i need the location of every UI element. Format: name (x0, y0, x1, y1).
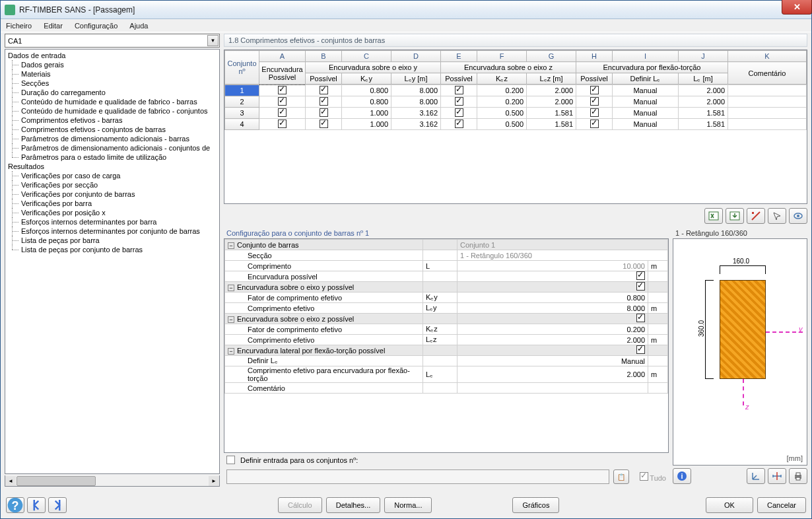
pick-sets-button[interactable]: 📋 (613, 469, 629, 484)
tree-item[interactable]: Esforços internos determinantes por barr… (7, 217, 218, 226)
cell-value[interactable]: Manual (613, 85, 679, 96)
tree-item[interactable]: Comprimentos efetivos - conjuntos de bar… (7, 125, 218, 134)
cell-value[interactable]: 1.000 (342, 108, 391, 119)
col-header[interactable]: Definir Lₑ (613, 73, 679, 85)
col-letter[interactable]: G (527, 51, 576, 62)
detail-value[interactable]: Manual (457, 356, 648, 366)
excel-export-button[interactable] (704, 208, 723, 224)
tree-item[interactable]: Verificações por posição x (7, 208, 218, 217)
detail-value[interactable]: 2.000 (457, 366, 648, 383)
col-header[interactable]: Lₑz [m] (527, 73, 576, 85)
view-button[interactable] (789, 208, 807, 224)
collapse-icon[interactable]: − (228, 285, 234, 291)
detail-value[interactable]: 0.200 (457, 324, 648, 335)
define-input[interactable] (226, 469, 609, 484)
tree-item[interactable]: Comprimentos efetivos - barras (7, 116, 218, 125)
norm-button[interactable]: Norma... (384, 497, 432, 513)
calculate-button[interactable]: Cálculo (278, 497, 322, 513)
help-button[interactable]: ? (6, 497, 24, 513)
tree-item[interactable]: Verificações por barra (7, 199, 218, 208)
cell-value[interactable] (728, 119, 807, 130)
cell-value[interactable]: 1.581 (527, 108, 576, 119)
cell-value[interactable]: 0.800 (342, 96, 391, 108)
tree-item[interactable]: Esforços internos determinantes por conj… (7, 226, 218, 236)
tree-item[interactable]: Conteúdo de humidade e qualidade de fabr… (7, 106, 218, 116)
col-header[interactable]: Possível (576, 73, 613, 85)
cell-check[interactable] (441, 85, 477, 96)
tree-item[interactable]: Parâmetros para o estado limite de utili… (7, 153, 218, 162)
info-button[interactable]: i (673, 468, 691, 484)
scroll-left-icon[interactable]: ◄ (5, 476, 16, 486)
checkbox[interactable] (636, 271, 645, 280)
cell-value[interactable]: 2.000 (527, 85, 576, 96)
cancel-button[interactable]: Cancelar (757, 497, 806, 513)
chevron-down-icon[interactable]: ▼ (207, 35, 219, 46)
col-header[interactable]: Encurvadura sobre o eixo y (306, 62, 441, 73)
col-letter[interactable]: K (728, 51, 807, 62)
cell-value[interactable]: 0.200 (477, 85, 527, 96)
col-header[interactable]: Possível (441, 73, 477, 85)
axes-button[interactable] (747, 468, 765, 484)
row-number[interactable]: 2 (225, 96, 259, 108)
collapse-icon[interactable]: − (228, 348, 234, 355)
detail-value[interactable]: 8.000 (457, 303, 648, 314)
next-button[interactable] (48, 497, 67, 513)
row-number[interactable]: 3 (225, 108, 259, 119)
details-button[interactable]: Detalhes... (326, 497, 381, 513)
tree-item[interactable]: Lista de peças por barra (7, 236, 218, 245)
col-header[interactable]: Lₑy [m] (391, 73, 441, 85)
menu-edit[interactable]: Editar (41, 20, 65, 31)
tree-item[interactable]: Verificações por conjunto de barras (7, 190, 218, 199)
cell-value[interactable] (728, 96, 807, 108)
print-button[interactable] (789, 468, 807, 484)
cell-check[interactable] (259, 119, 306, 130)
define-checkbox[interactable] (226, 456, 235, 464)
cell-value[interactable]: 0.200 (477, 96, 527, 108)
cell-check[interactable] (441, 96, 477, 108)
col-header[interactable]: Comentário (728, 62, 807, 85)
tree-item[interactable]: Conteúdo de humidade e qualidade de fabr… (7, 97, 218, 106)
cell-value[interactable]: Manual (613, 119, 679, 130)
cell-value[interactable]: 0.800 (342, 85, 391, 96)
cell-check[interactable] (306, 108, 342, 119)
col-letter[interactable]: A (259, 51, 306, 62)
cell-check[interactable] (259, 85, 306, 96)
cell-value[interactable]: 1.581 (679, 108, 728, 119)
checkbox[interactable] (636, 314, 645, 322)
col-letter[interactable]: F (477, 51, 527, 62)
scroll-thumb[interactable] (17, 476, 96, 486)
collapse-icon[interactable]: − (228, 242, 234, 249)
col-header[interactable]: Lₑ [m] (679, 73, 728, 85)
units-button[interactable] (747, 208, 765, 224)
load-case-dropdown[interactable]: CA1 ▼ (5, 34, 220, 48)
cell-value[interactable]: 2.000 (527, 96, 576, 108)
collapse-icon[interactable]: − (228, 316, 234, 323)
ok-button[interactable]: OK (706, 497, 753, 513)
table-row[interactable]: 10.8008.0000.2002.000Manual2.000 (225, 85, 807, 96)
cell-check[interactable] (576, 119, 613, 130)
col-header[interactable]: Kₑy (342, 73, 391, 85)
close-button[interactable]: ✕ (782, 0, 812, 15)
col-letter[interactable]: D (391, 51, 441, 62)
col-letter[interactable]: H (576, 51, 613, 62)
cell-value[interactable]: 1.000 (342, 119, 391, 130)
col-letter[interactable]: I (613, 51, 679, 62)
tree-item[interactable]: Secções (7, 79, 218, 88)
cell-value[interactable]: 0.500 (477, 119, 527, 130)
tree-results-root[interactable]: Resultados (7, 162, 218, 171)
tree-item[interactable]: Verificações por secção (7, 180, 218, 190)
cell-value[interactable]: Manual (613, 108, 679, 119)
tree-input-root[interactable]: Dados de entrada (7, 51, 218, 60)
checkbox[interactable] (636, 345, 645, 354)
prev-button[interactable] (27, 497, 46, 513)
col-letter[interactable]: E (441, 51, 477, 62)
cell-check[interactable] (441, 108, 477, 119)
cell-check[interactable] (306, 119, 342, 130)
detail-value[interactable]: 0.800 (457, 293, 648, 303)
table-row[interactable]: 20.8008.0000.2002.000Manual2.000 (225, 96, 807, 108)
col-header[interactable]: Kₑz (477, 73, 527, 85)
tree-item[interactable]: Parâmetros de dimensionamento adicionais… (7, 134, 218, 143)
col-letter[interactable]: J (679, 51, 728, 62)
tree-item[interactable]: Lista de peças por conjunto de barras (7, 245, 218, 254)
tree-item[interactable]: Dados gerais (7, 60, 218, 69)
